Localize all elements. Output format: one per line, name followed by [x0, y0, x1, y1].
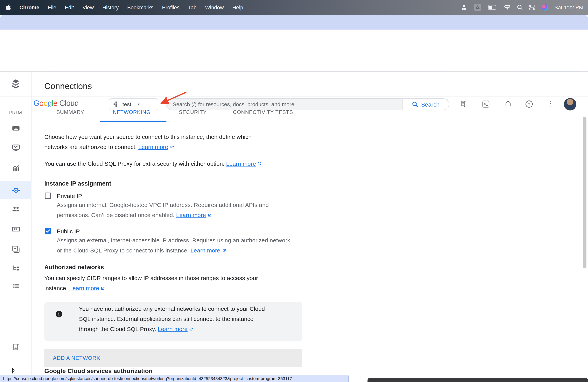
sidebar-item-replicas[interactable] [0, 259, 32, 277]
control-center-icon[interactable] [529, 5, 535, 10]
project-icon [114, 102, 119, 107]
external-link-icon [100, 286, 105, 291]
menu-file[interactable]: File [48, 4, 56, 10]
more-icon[interactable]: ⋮ [547, 99, 554, 108]
bottom-overlay-bar [368, 378, 588, 382]
learn-more-link[interactable]: Learn more [226, 159, 262, 169]
sidebar-item-users[interactable] [0, 200, 32, 218]
account-avatar[interactable] [564, 98, 576, 110]
section-heading-services-authorization: Google Cloud services authorization [44, 368, 153, 375]
wifi-icon[interactable] [504, 5, 510, 10]
learn-more-link[interactable]: Learn more [138, 142, 174, 152]
sidebar-item-system-insights[interactable] [0, 139, 32, 157]
project-picker[interactable]: test ▼ [109, 98, 158, 110]
page-title: Connections [44, 81, 92, 91]
private-ip-checkbox[interactable] [45, 192, 51, 199]
sidebar-item-backups[interactable] [0, 240, 32, 258]
external-link-icon [189, 327, 193, 331]
tab-security[interactable]: SECURITY [179, 109, 207, 115]
status-bubble: https://console.cloud.google.com/sql/ins… [0, 375, 349, 382]
stats-blocks-icon[interactable] [462, 4, 467, 10]
external-link-icon [221, 248, 226, 253]
learn-more-link[interactable]: Learn more [176, 210, 212, 220]
sidebar-item-query-insights[interactable] [0, 159, 32, 177]
tab-summary[interactable]: SUMMARY [56, 109, 84, 115]
collapse-panel-icon[interactable]: |> [12, 367, 15, 373]
siri-icon[interactable] [542, 4, 548, 11]
cloud-shell-icon[interactable] [482, 100, 490, 108]
scrollbar-thumb[interactable] [583, 117, 587, 268]
tab-networking[interactable]: NETWORKING [113, 109, 150, 115]
private-ip-description: Assigns an internal, Google-hosted VPC I… [57, 200, 306, 220]
external-link-icon [207, 213, 212, 217]
sidebar-item-connections[interactable] [0, 181, 32, 199]
info-icon: i [56, 311, 62, 318]
macos-menu-bar: Chrome File Edit View History Bookmarks … [0, 0, 588, 15]
project-name: test [123, 101, 131, 107]
public-ip-label: Public IP [57, 228, 80, 234]
learn-more-link[interactable]: Learn more [69, 283, 105, 293]
tab-connectivity-tests[interactable]: CONNECTIVITY TESTS [233, 109, 293, 115]
google-cloud-logo[interactable]: GoogleCloud [33, 99, 79, 108]
menu-profiles[interactable]: Profiles [162, 4, 179, 10]
private-ip-label: Private IP [57, 192, 82, 199]
checkmark-icon [45, 229, 50, 233]
header-divider [0, 96, 588, 96]
release-notes-icon[interactable] [0, 338, 32, 356]
help-icon[interactable]: ? [525, 100, 533, 108]
logo-cloud: Cloud [59, 99, 79, 107]
add-network-button[interactable]: ADD A NETWORK [44, 349, 302, 367]
notifications-icon[interactable] [504, 100, 512, 108]
search-button[interactable]: Search [402, 99, 449, 110]
learn-more-link[interactable]: Learn more [190, 245, 226, 255]
menu-bookmarks[interactable]: Bookmarks [127, 4, 153, 10]
chevron-down-icon: ▼ [137, 103, 140, 106]
gcp-search: Search [166, 98, 449, 110]
section-heading-authorized-networks: Authorized networks [44, 264, 104, 271]
tabs-divider [32, 122, 588, 122]
external-link-icon [257, 161, 262, 166]
sidebar-item-databases[interactable] [0, 220, 32, 238]
learn-more-link[interactable]: Learn more [158, 324, 193, 334]
public-ip-checkbox[interactable] [45, 228, 51, 234]
svg-text:?: ? [528, 102, 530, 106]
spotlight-icon[interactable] [517, 5, 523, 10]
gcp-header: GoogleCloud test ▼ Search ? ⋮ [0, 44, 588, 72]
search-input[interactable] [167, 99, 402, 110]
menu-edit[interactable]: Edit [65, 4, 74, 10]
battery-icon[interactable] [487, 5, 497, 10]
menu-view[interactable]: View [83, 4, 94, 10]
menu-window[interactable]: Window [205, 4, 224, 10]
menu-tab[interactable]: Tab [188, 4, 197, 10]
browser-tab-strip: Inbox (5 ✕ Conferen ✕ Peerdb ( ✕ DAIS DA… [0, 15, 588, 30]
menubar-clock[interactable]: Sat 1:22 PM [554, 4, 583, 10]
info-banner-text: You have not authorized any external net… [79, 304, 297, 334]
external-link-icon [169, 145, 174, 149]
search-icon [412, 101, 418, 107]
logo-google: Google [33, 99, 57, 107]
screen: Chrome File Edit View History Bookmarks … [0, 0, 588, 382]
gemini-notes-icon[interactable] [460, 100, 468, 108]
sidebar-section-label: PRIM... [9, 110, 27, 116]
sidebar-item-overview[interactable] [0, 119, 32, 137]
annotation-arrow [154, 85, 192, 108]
public-ip-description: Assigns an external, internet-accessible… [57, 235, 314, 255]
menu-history[interactable]: History [102, 4, 119, 10]
menu-app-name[interactable]: Chrome [20, 4, 39, 10]
apple-icon[interactable] [5, 4, 11, 11]
intro-paragraph-2: You can use the Cloud SQL Proxy for extr… [44, 159, 301, 169]
sidebar-item-operations[interactable] [0, 277, 32, 295]
section-heading-ip-assignment: Instance IP assignment [44, 180, 111, 187]
menubar-app-icon[interactable] [474, 4, 481, 11]
cloud-sql-product-icon [11, 79, 21, 89]
authorized-networks-description: You can specify CIDR ranges to allow IP … [44, 273, 301, 293]
menu-help[interactable]: Help [232, 4, 243, 10]
browser-toolbar: console.cloud.google.com/sql/instances/s… [0, 30, 588, 44]
sidebar-divider [0, 359, 32, 359]
status-url: https://console.cloud.google.com/sql/ins… [3, 376, 292, 381]
intro-paragraph-1: Choose how you want your source to conne… [44, 132, 301, 152]
